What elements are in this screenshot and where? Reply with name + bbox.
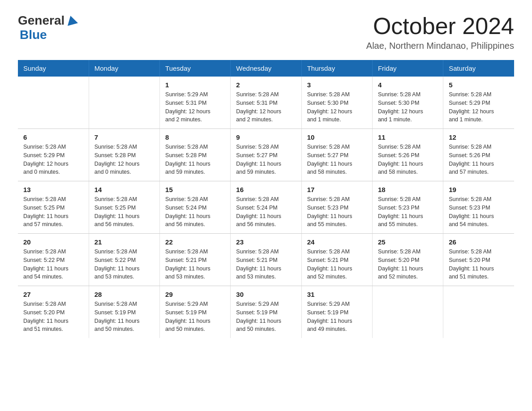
day-info: Sunrise: 5:29 AM Sunset: 5:19 PM Dayligh… — [307, 300, 367, 334]
calendar-cell: 30Sunrise: 5:29 AM Sunset: 5:19 PM Dayli… — [231, 286, 301, 338]
day-number: 31 — [307, 291, 367, 298]
day-info: Sunrise: 5:28 AM Sunset: 5:20 PM Dayligh… — [378, 248, 438, 281]
calendar-table: SundayMondayTuesdayWednesdayThursdayFrid… — [18, 60, 514, 338]
day-number: 21 — [94, 238, 154, 246]
calendar-cell: 3Sunrise: 5:28 AM Sunset: 5:30 PM Daylig… — [301, 77, 372, 129]
day-info: Sunrise: 5:28 AM Sunset: 5:22 PM Dayligh… — [23, 248, 83, 281]
weekday-header: Friday — [372, 60, 443, 77]
calendar-cell — [89, 77, 159, 129]
day-info: Sunrise: 5:29 AM Sunset: 5:19 PM Dayligh… — [165, 300, 225, 334]
calendar-cell: 9Sunrise: 5:28 AM Sunset: 5:27 PM Daylig… — [231, 129, 301, 181]
day-number: 14 — [94, 186, 154, 193]
day-number: 7 — [94, 133, 154, 141]
weekday-header: Wednesday — [231, 60, 301, 77]
calendar-cell: 31Sunrise: 5:29 AM Sunset: 5:19 PM Dayli… — [301, 286, 372, 338]
day-info: Sunrise: 5:28 AM Sunset: 5:28 PM Dayligh… — [165, 143, 225, 176]
day-number: 25 — [378, 238, 438, 246]
calendar-cell: 25Sunrise: 5:28 AM Sunset: 5:20 PM Dayli… — [372, 234, 443, 286]
calendar-cell: 10Sunrise: 5:28 AM Sunset: 5:27 PM Dayli… — [301, 129, 372, 181]
calendar-cell — [372, 286, 443, 338]
day-info: Sunrise: 5:28 AM Sunset: 5:28 PM Dayligh… — [94, 143, 154, 176]
calendar-header-row: SundayMondayTuesdayWednesdayThursdayFrid… — [18, 60, 514, 77]
calendar-cell: 16Sunrise: 5:28 AM Sunset: 5:24 PM Dayli… — [231, 181, 301, 234]
day-number: 8 — [165, 133, 225, 141]
day-info: Sunrise: 5:28 AM Sunset: 5:23 PM Dayligh… — [378, 195, 438, 229]
day-info: Sunrise: 5:28 AM Sunset: 5:20 PM Dayligh… — [449, 248, 509, 281]
calendar-cell — [443, 286, 514, 338]
day-number: 2 — [236, 81, 296, 89]
header: General Blue October 2024 Alae, Northern… — [18, 13, 514, 51]
calendar-cell: 6Sunrise: 5:28 AM Sunset: 5:29 PM Daylig… — [18, 129, 89, 181]
calendar-cell: 14Sunrise: 5:28 AM Sunset: 5:25 PM Dayli… — [89, 181, 159, 234]
day-info: Sunrise: 5:28 AM Sunset: 5:21 PM Dayligh… — [236, 248, 296, 281]
day-info: Sunrise: 5:28 AM Sunset: 5:30 PM Dayligh… — [307, 90, 367, 124]
calendar-cell: 12Sunrise: 5:28 AM Sunset: 5:26 PM Dayli… — [443, 129, 514, 181]
calendar-cell: 26Sunrise: 5:28 AM Sunset: 5:20 PM Dayli… — [443, 234, 514, 286]
day-number: 4 — [378, 81, 438, 89]
day-info: Sunrise: 5:29 AM Sunset: 5:31 PM Dayligh… — [165, 90, 225, 124]
day-number: 19 — [449, 186, 509, 193]
calendar-cell: 24Sunrise: 5:28 AM Sunset: 5:21 PM Dayli… — [301, 234, 372, 286]
calendar-cell: 15Sunrise: 5:28 AM Sunset: 5:24 PM Dayli… — [160, 181, 231, 234]
day-number: 11 — [378, 133, 438, 141]
day-number: 5 — [449, 81, 509, 89]
day-info: Sunrise: 5:28 AM Sunset: 5:20 PM Dayligh… — [23, 300, 83, 334]
day-info: Sunrise: 5:29 AM Sunset: 5:19 PM Dayligh… — [236, 300, 296, 334]
calendar-cell: 13Sunrise: 5:28 AM Sunset: 5:25 PM Dayli… — [18, 181, 89, 234]
logo-general-text: General — [18, 13, 64, 28]
day-info: Sunrise: 5:28 AM Sunset: 5:30 PM Dayligh… — [378, 90, 438, 124]
day-number: 29 — [165, 291, 225, 298]
calendar-cell: 21Sunrise: 5:28 AM Sunset: 5:22 PM Dayli… — [89, 234, 159, 286]
logo: General Blue — [18, 13, 78, 42]
calendar-cell: 11Sunrise: 5:28 AM Sunset: 5:26 PM Dayli… — [372, 129, 443, 181]
day-info: Sunrise: 5:28 AM Sunset: 5:27 PM Dayligh… — [307, 143, 367, 176]
calendar-week-row: 6Sunrise: 5:28 AM Sunset: 5:29 PM Daylig… — [18, 129, 514, 181]
calendar-cell — [18, 77, 89, 129]
logo-blue-text: Blue — [20, 28, 47, 42]
logo-icon — [65, 14, 78, 26]
day-info: Sunrise: 5:28 AM Sunset: 5:29 PM Dayligh… — [23, 143, 83, 176]
calendar-cell: 20Sunrise: 5:28 AM Sunset: 5:22 PM Dayli… — [18, 234, 89, 286]
day-number: 20 — [23, 238, 83, 246]
svg-marker-0 — [65, 14, 78, 26]
calendar-cell: 27Sunrise: 5:28 AM Sunset: 5:20 PM Dayli… — [18, 286, 89, 338]
calendar-week-row: 27Sunrise: 5:28 AM Sunset: 5:20 PM Dayli… — [18, 286, 514, 338]
day-number: 9 — [236, 133, 296, 141]
day-info: Sunrise: 5:28 AM Sunset: 5:22 PM Dayligh… — [94, 248, 154, 281]
weekday-header: Tuesday — [160, 60, 231, 77]
calendar-cell: 22Sunrise: 5:28 AM Sunset: 5:21 PM Dayli… — [160, 234, 231, 286]
calendar-cell: 1Sunrise: 5:29 AM Sunset: 5:31 PM Daylig… — [160, 77, 231, 129]
calendar-cell: 23Sunrise: 5:28 AM Sunset: 5:21 PM Dayli… — [231, 234, 301, 286]
weekday-header: Sunday — [18, 60, 89, 77]
day-number: 13 — [23, 186, 83, 193]
page-title: October 2024 — [366, 13, 514, 39]
day-info: Sunrise: 5:28 AM Sunset: 5:29 PM Dayligh… — [449, 90, 509, 124]
day-info: Sunrise: 5:28 AM Sunset: 5:24 PM Dayligh… — [236, 195, 296, 229]
day-number: 28 — [94, 291, 154, 298]
day-number: 10 — [307, 133, 367, 141]
calendar-cell: 2Sunrise: 5:28 AM Sunset: 5:31 PM Daylig… — [231, 77, 301, 129]
day-info: Sunrise: 5:28 AM Sunset: 5:31 PM Dayligh… — [236, 90, 296, 124]
day-info: Sunrise: 5:28 AM Sunset: 5:25 PM Dayligh… — [23, 195, 83, 229]
day-info: Sunrise: 5:28 AM Sunset: 5:26 PM Dayligh… — [378, 143, 438, 176]
day-number: 22 — [165, 238, 225, 246]
day-number: 1 — [165, 81, 225, 89]
day-info: Sunrise: 5:28 AM Sunset: 5:19 PM Dayligh… — [94, 300, 154, 334]
calendar-cell: 18Sunrise: 5:28 AM Sunset: 5:23 PM Dayli… — [372, 181, 443, 234]
weekday-header: Saturday — [443, 60, 514, 77]
day-number: 23 — [236, 238, 296, 246]
calendar-cell: 28Sunrise: 5:28 AM Sunset: 5:19 PM Dayli… — [89, 286, 159, 338]
calendar-cell: 17Sunrise: 5:28 AM Sunset: 5:23 PM Dayli… — [301, 181, 372, 234]
day-number: 3 — [307, 81, 367, 89]
calendar-week-row: 13Sunrise: 5:28 AM Sunset: 5:25 PM Dayli… — [18, 181, 514, 234]
day-number: 27 — [23, 291, 83, 298]
day-info: Sunrise: 5:28 AM Sunset: 5:27 PM Dayligh… — [236, 143, 296, 176]
day-number: 26 — [449, 238, 509, 246]
title-area: October 2024 Alae, Northern Mindanao, Ph… — [366, 13, 514, 51]
day-number: 24 — [307, 238, 367, 246]
calendar-cell: 4Sunrise: 5:28 AM Sunset: 5:30 PM Daylig… — [372, 77, 443, 129]
calendar-week-row: 1Sunrise: 5:29 AM Sunset: 5:31 PM Daylig… — [18, 77, 514, 129]
calendar-cell: 19Sunrise: 5:28 AM Sunset: 5:23 PM Dayli… — [443, 181, 514, 234]
day-number: 18 — [378, 186, 438, 193]
weekday-header: Thursday — [301, 60, 372, 77]
